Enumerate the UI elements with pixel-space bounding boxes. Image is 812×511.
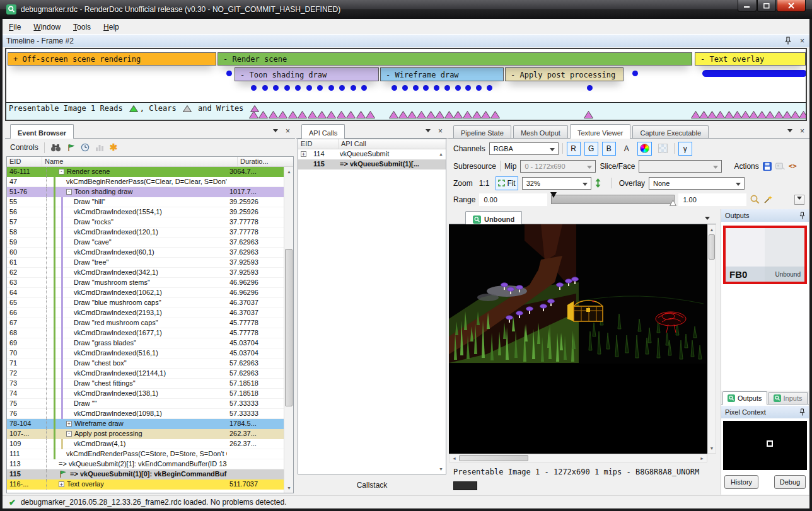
menu-window[interactable]: Window [27,21,67,33]
minimize-button[interactable] [738,0,757,12]
col-api-call[interactable]: API Call [339,139,446,149]
range-slider[interactable] [551,195,675,204]
texture-vscrollbar[interactable]: ▲ ▼ [707,224,716,454]
expand-icon[interactable]: + [66,421,72,427]
pixel-context-header[interactable]: Pixel Context [721,406,809,418]
table-row[interactable]: 46-111-Render scene3064.7... [7,167,284,177]
pixel-context-view[interactable] [723,421,807,470]
menu-file[interactable]: File [3,21,27,33]
gamma-button[interactable]: γ [678,142,692,156]
table-row[interactable]: +114vkQueueSubmit [298,149,446,159]
table-row[interactable]: 111vkCmdEndRenderPass(C=Store, D=Store, … [7,449,284,459]
zoom-level-select[interactable]: 32% [522,177,591,190]
texture-display[interactable] [449,224,707,454]
table-row[interactable]: 70vkCmdDrawIndexed(516,1)45.03704 [7,348,284,359]
pin-icon[interactable] [799,212,805,219]
close-button[interactable] [777,0,806,12]
table-row[interactable]: 68vkCmdDrawIndexed(1677,1)45.77778 [7,328,284,338]
timeline-subsection[interactable]: - Toon shading draw [235,67,379,81]
range-white-handle[interactable] [670,200,676,206]
range-min-field[interactable]: 0.00 [479,193,547,206]
channel-r-button[interactable]: R [567,142,581,156]
api-table-header[interactable]: EID API Call [298,139,446,149]
table-row[interactable]: 115=> vkQueueSubmit(1)[0]: vkBeginComman… [7,469,284,479]
texture-list-dropdown-icon[interactable] [705,217,710,222]
scroll-left-icon[interactable]: ◄ [450,454,459,463]
timeline-subsection[interactable]: - Wireframe draw [380,67,504,81]
table-row[interactable]: 113=> vkQueueSubmit(2)[1]: vkEndCommandB… [7,459,284,469]
event-browser-scrollbar[interactable]: ▲ ▼ [284,167,293,493]
mip-select[interactable]: 0 - 1272x690 [520,160,596,173]
timeline-section[interactable]: - Render scene [218,52,692,66]
sliceface-select[interactable] [639,160,722,173]
col-eid[interactable]: EID [298,139,339,149]
collapse-icon[interactable]: - [66,431,72,437]
menu-help[interactable]: Help [97,21,125,33]
panel-menu-icon[interactable] [426,129,431,135]
timeline-panel[interactable]: - Apply post processing- Wireframe draw-… [5,48,807,121]
scroll-down-icon[interactable]: ▼ [436,464,446,474]
tab-mesh-output[interactable]: Mesh Output [513,125,568,138]
table-row[interactable]: 69Draw "grass blades"45.03704 [7,338,284,348]
tab-texture-viewer[interactable]: Texture Viewer [570,124,631,139]
save-icon[interactable] [763,162,772,171]
tab-capture-executable[interactable]: Capture Executable [632,125,709,138]
channel-g-button[interactable]: G [584,142,598,156]
table-row[interactable]: 59Draw "cave"37.62963 [7,238,284,248]
close-icon[interactable]: × [438,128,443,134]
expand-icon[interactable]: + [301,151,306,157]
autofit-wand-icon[interactable] [763,195,773,204]
table-row[interactable]: 55Draw "hill"39.25926 [7,197,284,207]
custom-action-icon[interactable]: ✱ [110,142,118,153]
table-row[interactable]: 51-76-Toon shading draw1017.7... [7,187,284,197]
history-button[interactable]: History [724,475,758,489]
table-row[interactable]: 74vkCmdDrawIndexed(138,1)57.18518 [7,389,284,399]
debug-button[interactable]: Debug [774,475,806,489]
outputs-dock-header[interactable]: Outputs [721,209,809,222]
table-row[interactable]: 63Draw "mushroom stems"46.96296 [7,278,284,288]
scrollbar-thumb[interactable] [459,455,528,461]
col-duration[interactable]: Duratio... [238,157,293,166]
alpha-checker-button[interactable] [656,142,670,156]
expand-icon[interactable]: + [59,481,64,487]
table-row[interactable]: 62vkCmdDrawIndexed(342,1)37.92593 [7,268,284,278]
fit-height-icon[interactable] [595,178,601,188]
timeline-section[interactable]: + Off-screen scene rendering [8,52,216,66]
close-icon[interactable]: × [800,38,804,44]
overlay-select[interactable]: None [649,177,745,190]
panel-menu-icon[interactable] [273,129,278,135]
pin-icon[interactable] [799,408,805,416]
collapse-icon[interactable]: - [59,169,64,175]
open-capture-icon[interactable] [775,163,785,170]
table-row[interactable]: 109vkCmdDraw(4,1)262.37... [7,439,284,449]
open-code-icon[interactable]: <> [789,162,797,170]
scroll-up-icon[interactable]: ▲ [436,149,446,159]
channels-select[interactable]: RGBA [489,142,559,155]
table-row[interactable]: 107-...-Apply post processing262.37... [7,429,284,439]
timeline-section[interactable]: - Text overlay [695,52,806,66]
timeline-dock-header[interactable]: Timeline - Frame #2 × [3,34,809,47]
table-row[interactable]: 57Draw "rocks"37.77778 [7,217,284,227]
table-row[interactable]: 78-104+Wireframe draw1784.5... [7,419,284,429]
texture-hscrollbar[interactable]: ◄ ► [449,454,707,462]
maximize-button[interactable] [757,0,776,12]
scrollbar-thumb[interactable] [285,249,293,406]
event-table-header[interactable]: EID Name Duratio... [7,157,293,167]
tab-api-calls[interactable]: API Calls [301,124,345,139]
table-row[interactable]: 67Draw "red mushroom caps"45.77778 [7,318,284,328]
tab-outputs[interactable]: Outputs [722,391,767,405]
title-bar[interactable]: debugmarker.rdc - RenderDoc Unofficial r… [0,0,812,19]
scroll-down-icon[interactable]: ▼ [708,444,716,453]
table-row[interactable]: 60vkCmdDrawIndexed(60,1)37.62963 [7,248,284,258]
scroll-up-icon[interactable]: ▲ [708,225,716,234]
channel-a-button[interactable]: A [620,142,634,156]
table-row[interactable]: 61Draw "tree"37.92593 [7,258,284,268]
table-row[interactable]: 71Draw "chest box"57.62963 [7,359,284,369]
autofit-magnifier-icon[interactable] [750,195,760,204]
custom-display-button[interactable] [637,142,652,156]
range-options-icon[interactable] [794,195,804,205]
bookmark-flag-icon[interactable] [67,144,75,152]
timeline-subsection[interactable]: - Apply post processing [505,67,624,81]
close-icon[interactable]: × [286,128,290,134]
col-eid[interactable]: EID [7,157,42,166]
